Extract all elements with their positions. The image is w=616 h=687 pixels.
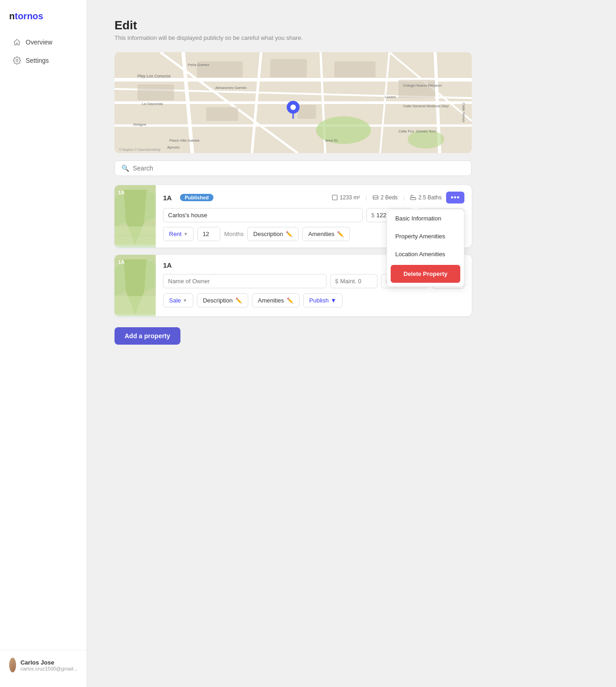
svg-rect-16: [270, 59, 307, 77]
description-label: Description: [253, 231, 283, 237]
property-thumbnail-0: 1A: [114, 185, 156, 247]
svg-text:Colegio Nuevo Renacer: Colegio Nuevo Renacer: [403, 83, 442, 88]
area-icon: [332, 194, 338, 201]
property-name-input[interactable]: [163, 208, 363, 222]
delete-property-button[interactable]: Delete Property: [391, 265, 460, 283]
logo-prefix: n: [9, 11, 15, 21]
beds-value: 2 Beds: [381, 194, 398, 201]
svg-text:1A: 1A: [118, 190, 125, 195]
svg-rect-17: [334, 61, 376, 77]
user-footer: Carlos Jose carlos.cruz1500@gmail...: [0, 650, 87, 680]
edit-icon: ✏️: [286, 231, 293, 237]
svg-text:1A: 1A: [118, 259, 125, 265]
sidebar-item-settings[interactable]: Settings: [4, 52, 83, 69]
maint-price-wrap-1: $: [330, 274, 377, 288]
card-row-2-1: Sale ▼ Description ✏️ Amenities ✏️ Publi…: [163, 293, 464, 308]
svg-text:La Giaconda: La Giaconda: [142, 102, 163, 106]
menu-item-basic-info[interactable]: Basic Information: [387, 209, 464, 227]
publish-button[interactable]: Publish ▼: [303, 293, 343, 308]
map-container: Play Los Conucos Peña Gomez Almacenes Ga…: [114, 52, 472, 153]
main-content: Edit This information will be displayed …: [87, 0, 616, 687]
svg-text:Peña Gomez: Peña Gomez: [188, 63, 209, 67]
status-badge-0: Published: [180, 194, 213, 201]
stat-beds: 2 Beds: [372, 194, 398, 201]
maint-input-1[interactable]: [340, 278, 372, 285]
settings-icon: [13, 56, 21, 65]
area-value: 1233 m²: [340, 194, 360, 201]
bath-icon: [410, 194, 416, 201]
description-button-1[interactable]: Description ✏️: [197, 293, 248, 308]
user-name: Carlos Jose: [21, 659, 77, 666]
owner-name-input[interactable]: [163, 274, 327, 288]
amenities-label-1: Amenities: [258, 297, 284, 304]
dropdown-menu: Basic Information Property Amenities Loc…: [387, 209, 464, 287]
search-bar: 🔍: [114, 160, 472, 176]
map-svg: Play Los Conucos Peña Gomez Almacenes Ga…: [114, 52, 472, 153]
svg-text:Play Los Conucos: Play Los Conucos: [137, 74, 171, 78]
svg-rect-21: [398, 80, 435, 98]
sidebar-item-label: Settings: [26, 57, 49, 64]
sidebar: ntornos Overview Settings Carlos Jose ca…: [0, 0, 87, 687]
card-id-1: 1A: [163, 261, 172, 269]
stat-area: 1233 m²: [332, 194, 360, 201]
svg-rect-45: [333, 195, 338, 200]
listing-type-dropdown[interactable]: Rent ▼: [163, 227, 194, 241]
months-input[interactable]: [197, 227, 220, 241]
menu-item-property-amenities[interactable]: Property Amenities: [387, 227, 464, 245]
listing-type-dropdown-1[interactable]: Sale ▼: [163, 293, 193, 308]
add-property-button[interactable]: Add a property: [114, 327, 180, 345]
publish-label: Publish: [309, 297, 329, 304]
property-card-0: 1A 1A Published 1233 m² | 2 Beds: [114, 185, 472, 247]
svg-rect-18: [137, 84, 174, 100]
sidebar-item-label: Overview: [26, 38, 52, 46]
svg-text:© Mapbox © OpenStreetMap: © Mapbox © OpenStreetMap: [119, 148, 161, 152]
separator: |: [365, 194, 367, 201]
page-title: Edit: [114, 18, 589, 33]
svg-rect-20: [298, 105, 316, 119]
menu-item-location-amenities[interactable]: Location Amenities: [387, 245, 464, 263]
sidebar-item-overview[interactable]: Overview: [4, 33, 83, 51]
description-button[interactable]: Description ✏️: [247, 227, 299, 241]
edit-icon-3: ✏️: [235, 297, 242, 304]
svg-rect-52: [114, 296, 156, 314]
maint-currency-sign: $: [371, 212, 375, 219]
baths-value: 2.5 Baths: [418, 194, 442, 201]
chevron-down-icon-2: ▼: [331, 297, 337, 304]
more-button[interactable]: •••: [446, 192, 464, 203]
listing-type-label: Rent: [169, 231, 181, 237]
svg-text:Aprezio: Aprezio: [167, 145, 180, 149]
sidebar-nav: Overview Settings: [0, 33, 87, 650]
logo-suffix: tornos: [15, 11, 43, 21]
listing-type-label-1: Sale: [169, 297, 181, 304]
avatar: [9, 658, 16, 672]
bed-icon: [372, 194, 379, 201]
svg-point-13: [316, 116, 371, 144]
svg-point-0: [16, 60, 18, 62]
card-id-0: 1A: [163, 194, 172, 202]
edit-icon-2: ✏️: [337, 231, 344, 237]
svg-point-36: [290, 104, 296, 110]
card-stats-0: 1233 m² | 2 Beds | 2.5 Baths: [332, 194, 442, 201]
chevron-down-icon-1: ▼: [183, 298, 187, 303]
svg-text:Plaza Villa Isabela: Plaza Villa Isabela: [169, 138, 200, 143]
property-thumbnail-1: 1A: [114, 255, 156, 316]
amenities-button-1[interactable]: Amenities ✏️: [252, 293, 300, 308]
maint-currency-sign-1: $: [335, 278, 338, 285]
svg-text:Calle Venus: Calle Venus: [462, 103, 466, 122]
svg-text:Almacenes Garrido: Almacenes Garrido: [215, 86, 247, 90]
user-info: Carlos Jose carlos.cruz1500@gmail...: [21, 659, 77, 671]
svg-text:Area 51: Area 51: [325, 138, 338, 143]
svg-text:Calle General Modesto Diaz: Calle General Modesto Diaz: [403, 104, 449, 108]
more-button-wrap: ••• Basic Information Property Amenities…: [446, 192, 464, 203]
svg-text:Lucero: Lucero: [385, 95, 396, 99]
amenities-button[interactable]: Amenities ✏️: [302, 227, 350, 241]
page-subtitle: This information will be displayed publi…: [114, 34, 589, 41]
search-input[interactable]: [133, 165, 465, 172]
edit-icon-4: ✏️: [287, 297, 294, 304]
home-icon: [13, 38, 21, 46]
svg-rect-19: [206, 107, 238, 121]
property-body-0: 1A Published 1233 m² | 2 Beds | 2: [156, 185, 472, 247]
card-header-0: 1A Published 1233 m² | 2 Beds | 2: [163, 192, 464, 203]
svg-text:Jaragua: Jaragua: [133, 122, 146, 126]
description-label-1: Description: [203, 297, 233, 304]
